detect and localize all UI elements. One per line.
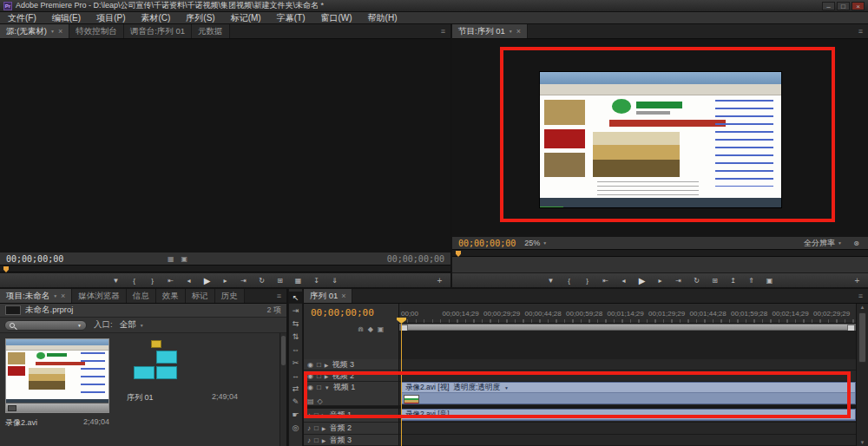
lift-button[interactable]: ↥ <box>727 275 739 285</box>
loop-button[interactable]: ↻ <box>691 275 702 285</box>
item-name[interactable]: 序列 01 <box>127 392 154 403</box>
menu-item[interactable]: 序列(S) <box>178 12 222 24</box>
program-scrubber[interactable] <box>452 249 868 257</box>
panel-menu-icon[interactable]: ≡ <box>853 24 868 38</box>
panel-menu-icon[interactable]: ≡ <box>853 289 868 303</box>
track-output-toggle-icon[interactable]: ◉ <box>307 384 313 391</box>
display-mode-icon[interactable]: ▣ <box>181 255 188 263</box>
loop-button[interactable]: ↻ <box>256 275 267 285</box>
tab-history[interactable]: 历史 <box>215 289 245 303</box>
go-to-out-button[interactable]: ⇥ <box>673 275 684 285</box>
export-frame-button[interactable]: ▣ <box>764 275 775 285</box>
panel-menu-icon[interactable]: ≡ <box>436 24 450 38</box>
program-monitor-view[interactable] <box>452 39 868 237</box>
track-lane-audio-1[interactable]: 录像2.avi [音] <box>399 409 856 423</box>
track-lane-audio-2[interactable] <box>399 423 856 435</box>
mark-in-button[interactable]: { <box>128 275 140 285</box>
ripple-edit-tool-icon[interactable]: ⇆ <box>289 318 302 330</box>
tab-audio-mixer[interactable]: 调音台:序列 01 <box>124 24 192 38</box>
timeline-ruler[interactable]: 00;0000;00;14;2900;00;29;2900;00;44;2800… <box>399 304 856 324</box>
track-expand-icon[interactable]: ▶ <box>322 437 326 443</box>
project-item-video[interactable]: 录像2.avi 2;49;04 <box>5 338 109 429</box>
step-back-button[interactable]: ◂ <box>183 275 194 285</box>
maximize-button[interactable]: □ <box>837 2 850 10</box>
project-item-sequence[interactable]: 序列 01 2;49;04 <box>127 340 238 403</box>
search-input[interactable]: ▼ <box>4 320 87 331</box>
go-to-in-button[interactable]: ⇤ <box>165 275 176 285</box>
close-icon[interactable]: × <box>61 292 65 300</box>
menu-item[interactable]: 编辑(E) <box>44 12 89 24</box>
slip-tool-icon[interactable]: ↔ <box>289 370 302 382</box>
add-marker-button[interactable]: ▼ <box>110 275 122 285</box>
mark-out-button[interactable]: } <box>582 275 593 285</box>
go-to-out-button[interactable]: ⇥ <box>238 275 249 285</box>
chevron-down-icon[interactable]: ▼ <box>77 323 82 328</box>
zoom-level-select[interactable]: 25% ▼ <box>524 239 547 247</box>
tab-sequence[interactable]: 序列 01 × <box>304 289 352 303</box>
panel-menu-icon[interactable]: ≡ <box>272 289 286 303</box>
close-icon[interactable]: × <box>341 292 345 300</box>
tab-project[interactable]: 项目:未命名 ▼ × <box>0 289 72 303</box>
extract-button[interactable]: ⇑ <box>746 275 757 285</box>
add-marker-button[interactable]: ▼ <box>545 275 556 285</box>
track-lock-toggle-icon[interactable]: □ <box>314 436 319 444</box>
scroll-up-icon[interactable]: ▲ <box>857 305 868 310</box>
close-button[interactable]: × <box>852 2 865 10</box>
tab-source[interactable]: 源:(无素材) ▼ × <box>0 24 69 38</box>
chevron-down-icon[interactable]: ▼ <box>509 29 513 34</box>
track-lock-toggle-icon[interactable]: □ <box>314 411 319 419</box>
item-name[interactable]: 录像2.avi <box>5 417 37 429</box>
track-lane-video-3[interactable] <box>399 359 856 371</box>
slide-tool-icon[interactable]: ⇄ <box>289 383 302 395</box>
project-scrollbar[interactable] <box>279 333 286 446</box>
play-button[interactable]: ▶ <box>201 275 213 285</box>
button-editor-button[interactable]: + <box>434 275 445 285</box>
show-keyframes-icon[interactable]: ◇ <box>318 397 323 405</box>
track-lock-toggle-icon[interactable]: □ <box>317 384 321 391</box>
chevron-down-icon[interactable]: ▼ <box>50 29 55 34</box>
track-expand-icon[interactable]: ▶ <box>322 412 326 418</box>
menu-item[interactable]: 文件(F) <box>0 12 44 24</box>
tab-program[interactable]: 节目:序列 01 ▼ × <box>452 24 528 38</box>
step-back-button[interactable]: ◂ <box>618 275 629 285</box>
timeline-current-timecode[interactable]: 00;00;00;00 <box>311 307 374 318</box>
menu-item[interactable]: 素材(C) <box>133 12 178 24</box>
filter-select[interactable]: 全部 ▼ <box>120 319 144 331</box>
mark-in-button[interactable]: { <box>563 275 575 285</box>
minimize-button[interactable]: – <box>822 2 835 10</box>
thumbnail-scrubber[interactable] <box>6 403 108 412</box>
track-collapse-icon[interactable]: ▼ <box>325 385 330 390</box>
play-button[interactable]: ▶ <box>636 275 648 285</box>
tab-markers[interactable]: 标记 <box>186 289 215 303</box>
track-output-toggle-icon[interactable]: ◉ <box>307 361 313 369</box>
scroll-down-icon[interactable]: ▼ <box>857 440 868 445</box>
source-playhead-icon[interactable] <box>3 266 9 272</box>
output-icon[interactable]: ▦ <box>168 255 174 263</box>
track-expand-icon[interactable]: ▶ <box>322 425 326 431</box>
tab-effect-controls[interactable]: 特效控制台 <box>69 24 124 38</box>
thumbnail-scrubber-handle[interactable] <box>8 405 16 411</box>
close-icon[interactable]: × <box>516 27 521 36</box>
razor-tool-icon[interactable]: ✂ <box>289 357 302 369</box>
tab-media-browser[interactable]: 媒体浏览器 <box>72 289 127 303</box>
display-style-icon[interactable]: ▤ <box>307 397 314 405</box>
insert-button[interactable]: ↧ <box>311 275 322 285</box>
track-lock-toggle-icon[interactable]: □ <box>314 424 319 432</box>
source-monitor-view[interactable] <box>0 39 450 253</box>
source-scrubber[interactable] <box>0 265 450 272</box>
pen-tool-icon[interactable]: ✎ <box>289 396 302 408</box>
settings-wrench-icon[interactable]: ⊛ <box>851 238 862 248</box>
zoom-tool-icon[interactable]: ◎ <box>289 422 302 434</box>
timeline-clip-video[interactable]: 录像2.avi [视] 透明度:透明度 ▼ <box>401 382 856 404</box>
menu-item[interactable]: 字幕(T) <box>269 12 313 24</box>
rolling-edit-tool-icon[interactable]: ⇅ <box>289 331 302 343</box>
tab-info[interactable]: 信息 <box>127 289 156 303</box>
overwrite-button[interactable]: ⇓ <box>329 275 340 285</box>
step-forward-button[interactable]: ▸ <box>220 275 231 285</box>
step-forward-button[interactable]: ▸ <box>654 275 666 285</box>
track-expand-icon[interactable]: ▶ <box>325 373 329 379</box>
safe-margins-button[interactable]: ⊞ <box>274 275 286 285</box>
track-lane-video-1[interactable]: 录像2.avi [视] 透明度:透明度 ▼ <box>399 382 856 406</box>
scrollbar-thumb[interactable] <box>858 312 866 363</box>
video-item-thumbnail[interactable] <box>5 338 109 413</box>
